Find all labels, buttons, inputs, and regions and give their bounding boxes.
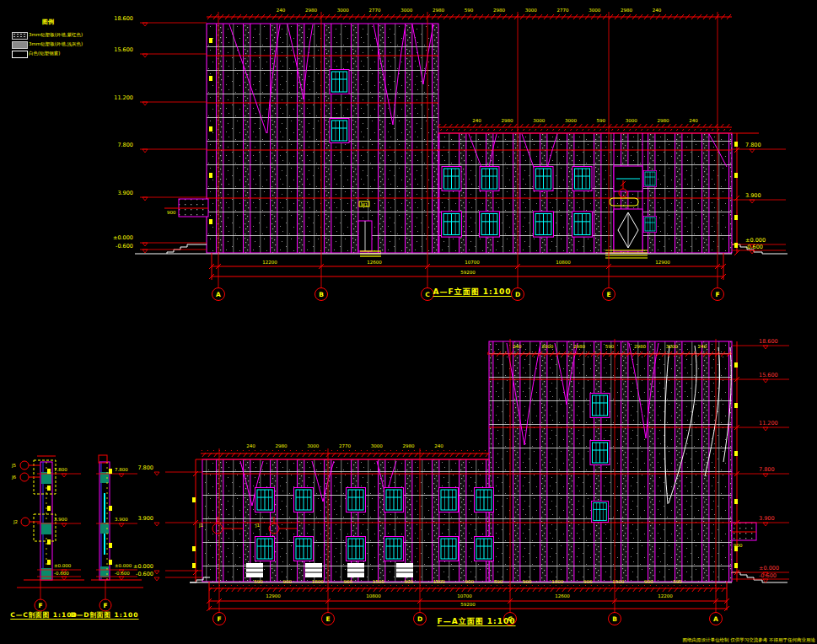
section-title: C—C剖面图 1:100 — [10, 612, 78, 620]
detail-callout-label: J1 — [255, 523, 260, 528]
cad-drawing-viewport: 图例 3mm铝塑板(外墙,紫红色) 3mm铝塑板(外墙,浅灰色) 白色(铝塑钢窗… — [0, 0, 817, 644]
level-label: 18.600 — [103, 16, 133, 22]
level-label: 15.600 — [759, 373, 778, 378]
level-label: -0.600 — [759, 573, 777, 579]
level-label: 7.800 — [125, 465, 153, 471]
footer-note: 图纸由原设计单位绘制 仅供学习交流参考 不得用于任何商业用途 — [683, 637, 816, 642]
dimension-label: 10800 — [556, 260, 571, 265]
level-label: 11.200 — [759, 421, 778, 427]
dimension-row: 590 900 1800 900 1500 900 1800 900 590 9… — [254, 579, 681, 584]
dimension-row: 240 3000 2980 590 2980 3000 240 — [513, 344, 707, 349]
grid-bubble-label: E — [325, 616, 330, 622]
grid-bubble-label: F — [715, 292, 719, 298]
grid-bubble-label: E — [606, 292, 610, 298]
dimension-label: 12900 — [266, 593, 281, 598]
legend-swatch-hatched — [12, 32, 28, 40]
detail-callout-label: J2 — [13, 519, 18, 524]
level-label: 3.900 — [103, 191, 133, 196]
dimension-label: 10700 — [457, 593, 472, 598]
grid-bubble-label: D — [515, 292, 520, 298]
level-label: 3.900 — [745, 193, 761, 199]
grid-bubble-label: A — [216, 292, 221, 298]
detail-callout-label: J1 — [199, 523, 203, 528]
level-label: 7.800 — [103, 142, 133, 148]
level-label: 15.600 — [103, 47, 133, 53]
dimension-row: 240 2980 3000 2770 3000 2980 240 — [246, 443, 443, 448]
level-label: 3.900 — [115, 517, 128, 522]
dimension-label: 12200 — [262, 260, 277, 265]
dimension-label: 12900 — [655, 260, 670, 265]
legend-title: 图例 — [42, 19, 54, 25]
annex-dim-label: 900 — [167, 210, 176, 215]
level-label: ±0.000 — [103, 235, 133, 241]
elevation-title: F—A立面图 1:100 — [438, 619, 516, 626]
grid-bubble-label: F — [103, 603, 107, 609]
detail-callout-label: J5 — [12, 463, 16, 468]
grid-bubble-label: D — [417, 616, 422, 622]
dimension-label: 12200 — [658, 593, 673, 598]
grid-bubble-label: B — [612, 616, 617, 622]
level-label: 7.800 — [759, 467, 775, 473]
level-label: 3.900 — [125, 516, 153, 522]
level-label: -0.600 — [115, 571, 130, 576]
level-label: -0.600 — [745, 244, 763, 250]
dimension-row: 240 2980 3000 2770 3000 2980 590 2980 30… — [277, 8, 661, 13]
grid-bubble-label: C — [425, 292, 430, 298]
dimension-total-label: 59200 — [460, 602, 476, 607]
dimension-label: 10800 — [366, 593, 381, 598]
dimension-label: 12600 — [555, 593, 570, 598]
grid-bubble-label: B — [319, 292, 324, 298]
detail-callout-label: J6 — [12, 475, 16, 480]
legend-swatch-gray — [12, 41, 28, 49]
level-label: 7.800 — [115, 467, 128, 472]
legend-item-label: 3mm铝塑板(外墙,紫红色) — [29, 32, 83, 37]
annex-dim-label: 900 — [734, 543, 743, 548]
grid-bubble-label: F — [217, 616, 221, 622]
top-elevation — [135, 12, 787, 301]
door-tag-label: M1 — [361, 202, 368, 207]
dimension-label: 10700 — [465, 260, 480, 265]
dimension-row: 240 2980 3000 3000 590 3000 2980 240 — [472, 118, 698, 123]
level-label: ±0.000 — [745, 238, 766, 244]
level-label: 3.900 — [54, 517, 67, 522]
level-label: 11.200 — [103, 95, 133, 101]
level-label: -0.600 — [54, 571, 69, 576]
grid-bubble-label: F — [38, 603, 42, 609]
legend-item-label: 白色(铝塑钢窗) — [29, 51, 60, 56]
level-label: 7.800 — [745, 142, 761, 148]
dimension-total-label: 59200 — [460, 270, 476, 275]
level-label: ±0.000 — [54, 563, 71, 568]
section-title: D—D剖面图 1:100 — [71, 612, 139, 620]
level-label: ±0.000 — [759, 566, 779, 572]
dimension-label: 12600 — [367, 260, 382, 265]
level-label: 3.900 — [759, 516, 775, 522]
level-label: 18.600 — [759, 339, 778, 345]
legend-item-label: 3mm铝塑板(外墙,浅灰色) — [29, 41, 83, 46]
level-label: ±0.000 — [115, 563, 132, 568]
grid-bubble-label: A — [713, 616, 718, 622]
elevation-title: A—F立面图 1:100 — [433, 289, 512, 297]
wall-sections — [17, 455, 143, 611]
level-label: 7.800 — [54, 467, 67, 472]
legend-swatch-white — [12, 51, 28, 58]
level-label: -0.600 — [103, 244, 133, 250]
